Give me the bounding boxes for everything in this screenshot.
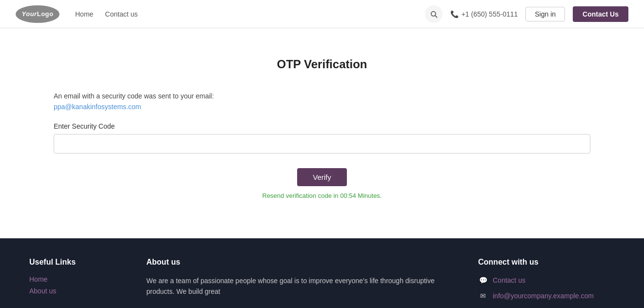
email-address: ppa@kanakinfosystems.com [54, 103, 141, 111]
phone-icon: 📞 [450, 10, 459, 18]
footer-about-title: About us [146, 258, 459, 267]
nav-link-contact[interactable]: Contact us [105, 10, 138, 18]
footer-about-section: About us We are a team of passionate peo… [146, 258, 459, 307]
navbar: Your Logo Home Contact us 📞 +1 (650) 555… [0, 0, 644, 28]
logo-your-text: Your [22, 10, 37, 18]
useful-links-title: Useful Links [29, 258, 127, 267]
verify-button[interactable]: Verify [297, 168, 347, 186]
search-icon [430, 10, 438, 18]
resend-text: Resend verification code in 00:54 Minute… [262, 192, 382, 199]
chat-icon: 💬 [478, 275, 488, 285]
logo[interactable]: Your Logo [16, 5, 60, 23]
security-code-label: Enter Security Code [54, 122, 590, 130]
signin-button[interactable]: Sign in [525, 7, 565, 21]
connect-email-item: ✉ info@yourcompany.example.com [478, 291, 615, 301]
form-container: An email with a security code was sent t… [54, 91, 590, 199]
contact-us-button[interactable]: Contact Us [573, 6, 628, 22]
phone-number: +1 (650) 555-0111 [462, 10, 518, 18]
navbar-right: 📞 +1 (650) 555-0111 Sign in Contact Us [425, 5, 628, 23]
phone-area: 📞 +1 (650) 555-0111 [450, 10, 518, 18]
page-title: OTP Verification [277, 58, 367, 71]
connect-contact-item: 💬 Contact us [478, 275, 615, 285]
footer-useful-links-section: Useful Links Home About us [29, 258, 127, 307]
footer-connect-section: Connect with us 💬 Contact us ✉ info@your… [478, 258, 615, 307]
footer-links-list: Home About us [29, 275, 127, 295]
footer-link-home[interactable]: Home [29, 275, 127, 283]
footer-connect-title: Connect with us [478, 258, 615, 267]
search-button[interactable] [425, 5, 443, 23]
footer-link-about[interactable]: About us [29, 287, 127, 295]
svg-line-1 [435, 16, 437, 18]
email-notice: An email with a security code was sent t… [54, 91, 590, 113]
email-icon: ✉ [478, 291, 488, 301]
main-content: OTP Verification An email with a securit… [0, 28, 644, 238]
footer: Useful Links Home About us About us We a… [0, 238, 644, 308]
nav-link-home[interactable]: Home [75, 10, 93, 18]
logo-logo-text: Logo [37, 10, 54, 18]
logo-image: Your Logo [16, 5, 60, 23]
button-row: Verify Resend verification code in 00:54… [54, 168, 590, 199]
footer-email-link[interactable]: info@yourcompany.example.com [493, 292, 594, 300]
footer-contact-link[interactable]: Contact us [493, 276, 525, 284]
footer-about-text: We are a team of passionate people whose… [146, 275, 459, 297]
nav-links: Home Contact us [75, 10, 425, 18]
security-code-input[interactable] [54, 134, 590, 154]
email-notice-line1: An email with a security code was sent t… [54, 92, 214, 100]
